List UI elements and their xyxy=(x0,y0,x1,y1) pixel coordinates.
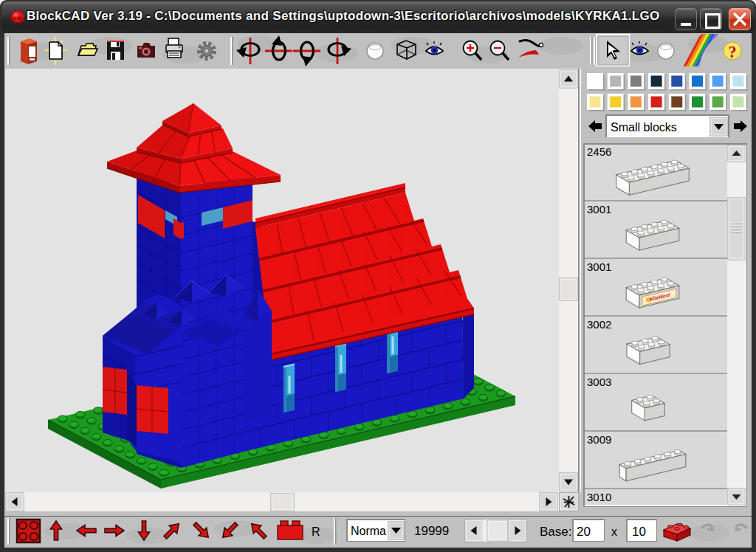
svg-text:20: 20 xyxy=(577,525,591,539)
svg-text:Norma: Norma xyxy=(351,525,386,537)
svg-text:Base:: Base: xyxy=(540,525,571,539)
svg-text:x: x xyxy=(611,525,617,538)
svg-text:R: R xyxy=(312,525,320,538)
svg-text:10: 10 xyxy=(632,525,646,539)
svg-text:19999: 19999 xyxy=(414,524,449,538)
